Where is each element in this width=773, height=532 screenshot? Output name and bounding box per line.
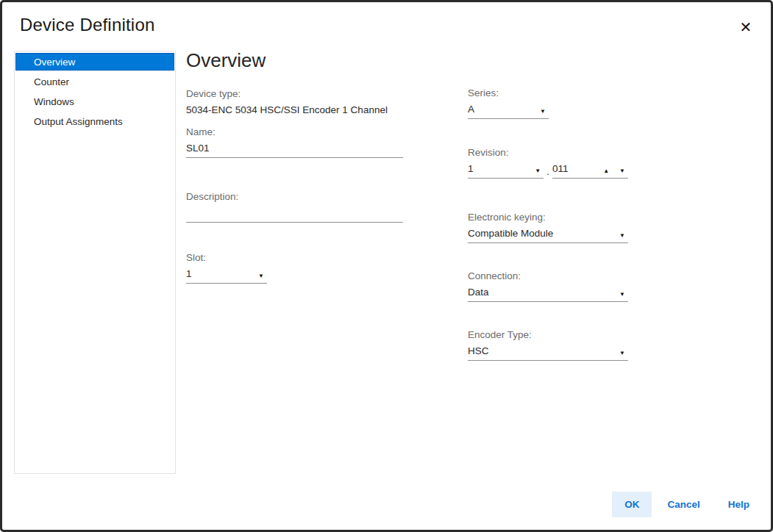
spin-down-icon[interactable]: ▼ bbox=[619, 168, 625, 174]
slot-value: 1 bbox=[186, 268, 192, 279]
sidebar-item-output-assignments[interactable]: Output Assignments bbox=[15, 112, 174, 130]
chevron-down-icon: ▼ bbox=[619, 233, 625, 239]
series-field: Series: A ▼ bbox=[468, 87, 549, 119]
device-definition-dialog: Device Definition ✕ Overview Counter Win… bbox=[0, 0, 773, 532]
chevron-down-icon: ▼ bbox=[619, 351, 625, 356]
electronic-keying-dropdown[interactable]: Compatible Module ▼ bbox=[468, 226, 628, 243]
electronic-keying-label: Electronic keying: bbox=[468, 211, 628, 224]
revision-major-value: 1 bbox=[468, 163, 474, 174]
encoder-type-label: Encoder Type: bbox=[468, 328, 628, 342]
encoder-type-value: HSC bbox=[468, 345, 489, 356]
description-input[interactable] bbox=[186, 205, 403, 223]
series-dropdown[interactable]: A ▼ bbox=[468, 101, 549, 119]
slot-dropdown[interactable]: 1 ▼ bbox=[186, 266, 267, 284]
description-field: Description: bbox=[186, 190, 403, 223]
description-label: Description: bbox=[186, 190, 403, 204]
revision-minor-value: 011 bbox=[552, 163, 569, 174]
category-sidebar: Overview Counter Windows Output Assignme… bbox=[14, 51, 176, 474]
sidebar-item-overview[interactable]: Overview bbox=[15, 53, 174, 71]
close-icon[interactable]: ✕ bbox=[735, 17, 756, 37]
chevron-down-icon: ▼ bbox=[540, 109, 546, 115]
dialog-title: Device Definition bbox=[20, 15, 154, 35]
revision-separator: . bbox=[544, 166, 552, 179]
series-label: Series: bbox=[468, 87, 549, 100]
page-title: Overview bbox=[186, 49, 266, 72]
revision-minor-spinner[interactable]: 011 ▲▼ bbox=[552, 161, 628, 179]
name-field: Name: SL01 bbox=[186, 126, 403, 158]
spin-up-icon[interactable]: ▲ bbox=[603, 168, 609, 174]
device-type-value: 5034-ENC 5034 HSC/SSI Encoder 1 Channel bbox=[186, 104, 403, 117]
name-input[interactable]: SL01 bbox=[186, 140, 403, 158]
device-type-field: Device type: 5034-ENC 5034 HSC/SSI Encod… bbox=[186, 87, 403, 117]
chevron-down-icon: ▼ bbox=[619, 292, 625, 298]
spinner-arrows: ▲▼ bbox=[603, 168, 625, 174]
connection-label: Connection: bbox=[468, 270, 628, 283]
connection-dropdown[interactable]: Data ▼ bbox=[468, 284, 628, 302]
encoder-type-dropdown[interactable]: HSC ▼ bbox=[468, 343, 628, 361]
revision-major-dropdown[interactable]: 1 ▼ bbox=[468, 161, 544, 179]
cancel-button[interactable]: Cancel bbox=[655, 492, 712, 517]
connection-field: Connection: Data ▼ bbox=[468, 270, 628, 302]
ok-button[interactable]: OK bbox=[612, 492, 652, 517]
connection-value: Data bbox=[468, 287, 489, 298]
encoder-type-field: Encoder Type: HSC ▼ bbox=[468, 328, 628, 361]
series-value: A bbox=[468, 104, 474, 115]
slot-field: Slot: 1 ▼ bbox=[186, 251, 267, 284]
dialog-footer: OK Cancel Help bbox=[609, 492, 762, 517]
sidebar-item-windows[interactable]: Windows bbox=[15, 93, 174, 110]
chevron-down-icon: ▼ bbox=[258, 273, 264, 279]
help-button[interactable]: Help bbox=[716, 492, 762, 517]
electronic-keying-field: Electronic keying: Compatible Module ▼ bbox=[468, 211, 628, 243]
chevron-down-icon: ▼ bbox=[535, 168, 541, 174]
electronic-keying-value: Compatible Module bbox=[468, 228, 553, 239]
name-label: Name: bbox=[186, 126, 403, 139]
revision-label: Revision: bbox=[468, 146, 628, 159]
device-type-label: Device type: bbox=[186, 87, 403, 101]
revision-field: Revision: 1 ▼ . 011 ▲▼ bbox=[468, 146, 628, 179]
slot-label: Slot: bbox=[186, 251, 267, 265]
sidebar-item-counter[interactable]: Counter bbox=[15, 73, 174, 90]
